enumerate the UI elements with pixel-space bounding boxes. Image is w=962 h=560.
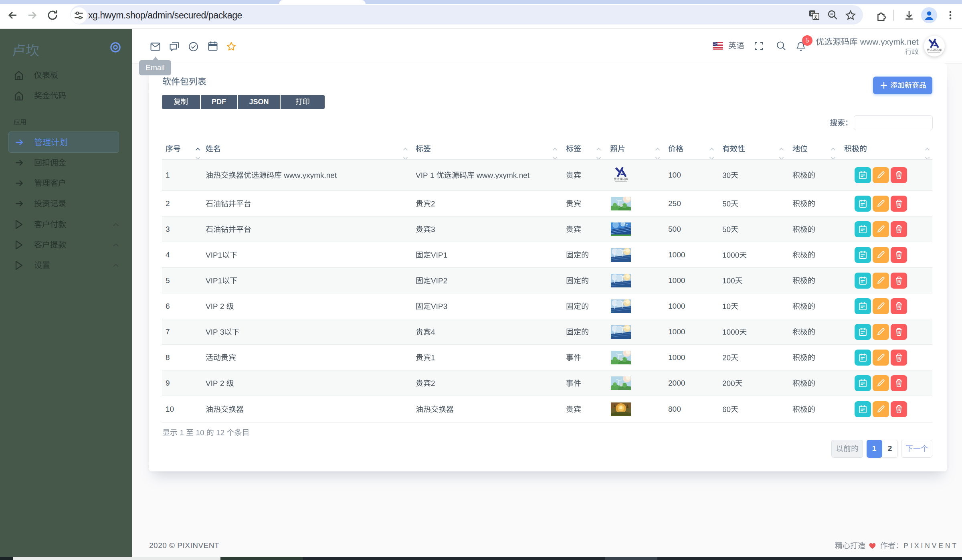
svg-text:G: G <box>810 11 814 16</box>
